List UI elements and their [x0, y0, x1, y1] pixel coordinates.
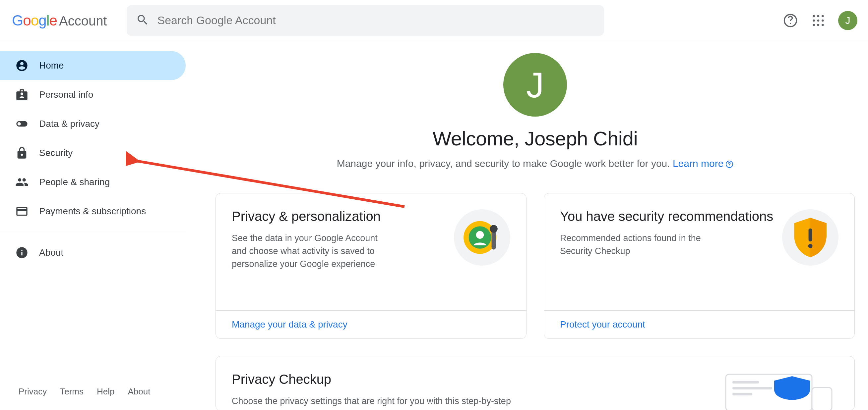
card-cta-manage-privacy[interactable]: Manage your data & privacy: [216, 310, 526, 338]
search-icon: [136, 13, 149, 28]
svg-point-16: [808, 244, 813, 248]
sidebar-item-payments[interactable]: Payments & subscriptions: [0, 197, 186, 226]
sidebar-item-label: Security: [39, 148, 72, 158]
svg-point-3: [813, 19, 815, 22]
avatar-button[interactable]: J: [838, 11, 858, 30]
sidebar-item-label: Data & privacy: [39, 118, 99, 129]
card-desc: See the data in your Google Account and …: [232, 232, 391, 271]
svg-point-5: [822, 19, 824, 22]
sidebar-item-people-sharing[interactable]: People & sharing: [0, 168, 186, 197]
card-desc: Recommended actions found in the Securit…: [560, 232, 719, 258]
svg-rect-21: [812, 387, 832, 410]
privacy-illustration: [454, 209, 510, 266]
search-input[interactable]: [157, 14, 595, 27]
sidebar-footer: Privacy Terms Help About: [0, 386, 186, 410]
card-title: Privacy Checkup: [232, 371, 711, 387]
sidebar-item-home[interactable]: Home: [0, 51, 186, 80]
header-actions: J: [782, 11, 858, 30]
sidebar-divider: [0, 232, 186, 232]
card-cta-protect-account[interactable]: Protect your account: [544, 310, 855, 338]
welcome-heading: Welcome, Joseph Chidi: [216, 127, 855, 150]
card-title: Privacy & personalization: [232, 208, 446, 225]
svg-point-8: [822, 24, 824, 26]
footer-link-terms[interactable]: Terms: [60, 386, 84, 397]
card-privacy-personalization: Privacy & personalization See the data i…: [216, 193, 527, 339]
sidebar-item-personal-info[interactable]: Personal info: [0, 80, 186, 109]
sidebar-item-label: Payments & subscriptions: [39, 206, 146, 216]
main-content: J Welcome, Joseph Chidi Manage your info…: [186, 41, 868, 410]
subheading-text: Manage your info, privacy, and security …: [337, 158, 673, 169]
toggle-icon: [15, 117, 29, 131]
sidebar-item-about[interactable]: About: [0, 238, 186, 267]
svg-point-2: [822, 15, 824, 17]
footer-link-help[interactable]: Help: [97, 386, 114, 397]
card-icon: [15, 205, 29, 218]
svg-point-4: [817, 19, 819, 22]
lock-icon: [15, 146, 29, 160]
account-circle-icon: [15, 59, 29, 72]
svg-rect-20: [733, 393, 752, 396]
svg-point-6: [813, 24, 815, 26]
help-icon[interactable]: [782, 12, 798, 29]
google-logo: Google: [12, 12, 57, 29]
shield-warning-icon: [782, 209, 838, 266]
footer-link-about[interactable]: About: [128, 386, 151, 397]
card-privacy-checkup: Privacy Checkup Choose the privacy setti…: [216, 356, 855, 410]
sidebar-item-label: About: [39, 247, 63, 258]
info-icon: [15, 246, 29, 259]
sidebar-item-label: Personal info: [39, 90, 93, 100]
learn-more-link[interactable]: Learn more: [673, 158, 734, 169]
apps-grid-icon[interactable]: [810, 12, 826, 29]
svg-rect-15: [809, 229, 812, 241]
svg-point-7: [817, 24, 819, 26]
privacy-checkup-illustration: [719, 371, 838, 410]
google-account-logo[interactable]: Google Account: [12, 12, 107, 29]
sidebar-item-data-privacy[interactable]: Data & privacy: [0, 109, 186, 138]
sidebar-item-label: People & sharing: [39, 177, 110, 187]
svg-rect-18: [733, 381, 759, 383]
card-title: You have security recommendations: [560, 208, 774, 225]
sidebar-item-label: Home: [39, 60, 64, 71]
footer-link-privacy[interactable]: Privacy: [19, 386, 47, 397]
people-icon: [15, 175, 29, 189]
external-help-icon: [725, 160, 734, 168]
svg-rect-19: [733, 387, 772, 389]
svg-point-1: [817, 15, 819, 17]
svg-point-12: [476, 231, 484, 239]
svg-point-14: [490, 225, 497, 233]
profile-avatar[interactable]: J: [503, 53, 567, 116]
sidebar-item-security[interactable]: Security: [0, 138, 186, 168]
card-security-recommendations: You have security recommendations Recomm…: [544, 193, 855, 339]
search-bar[interactable]: [127, 5, 604, 36]
subheading: Manage your info, privacy, and security …: [216, 158, 855, 169]
sidebar: Home Personal info Data & privacy Securi…: [0, 41, 186, 410]
header: Google Account J: [0, 0, 868, 41]
badge-icon: [15, 88, 29, 101]
product-name: Account: [59, 13, 107, 29]
card-desc: Choose the privacy settings that are rig…: [232, 395, 530, 408]
svg-point-0: [813, 15, 815, 17]
